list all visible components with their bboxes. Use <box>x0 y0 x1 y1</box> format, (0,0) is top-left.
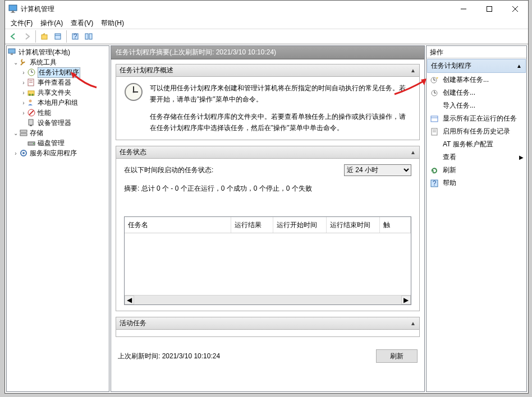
create-task-icon <box>429 89 439 98</box>
col-result[interactable]: 运行结果 <box>231 217 273 233</box>
svg-point-39 <box>133 91 135 93</box>
window-title: 计算机管理 <box>21 4 451 14</box>
status-period-select[interactable]: 近 24 小时 <box>344 164 411 176</box>
navigation-tree[interactable]: 计算机管理(本地) ⌄ 系统工具 › 任务计划程序 › 事件查看器 › 共享文件… <box>6 45 109 392</box>
tree-shared-folders[interactable]: › 共享文件夹 <box>7 87 109 98</box>
action-at-account[interactable]: AT 服务帐户配置 <box>427 138 526 151</box>
actions-section-label: 任务计划程序 <box>431 61 471 71</box>
show-hide-button[interactable] <box>82 30 95 43</box>
device-icon <box>27 118 36 127</box>
performance-icon <box>27 108 36 117</box>
menu-action[interactable]: 操作(A) <box>37 17 66 29</box>
svg-rect-29 <box>30 125 32 126</box>
action-create-task[interactable]: 创建任务... <box>427 86 526 99</box>
minimize-button[interactable] <box>451 1 476 17</box>
action-help[interactable]: ? 帮助 <box>427 177 526 190</box>
horizontal-scrollbar[interactable]: ◀ ▶ <box>125 295 411 304</box>
actions-section-header[interactable]: 任务计划程序 ▲ <box>427 59 526 73</box>
tree-task-scheduler[interactable]: › 任务计划程序 <box>7 67 109 77</box>
tree-disk-management[interactable]: 磁盘管理 <box>7 138 109 148</box>
tree-local-users[interactable]: › 本地用户和组 <box>7 98 109 108</box>
overview-body: 可以使用任务计划程序来创建和管理计算机将在所指定的时间自动执行的常见任务。若要开… <box>116 77 419 140</box>
collapse-icon[interactable]: ▲ <box>410 149 416 155</box>
svg-point-33 <box>33 143 34 144</box>
app-window: 计算机管理 文件(F) 操作(A) 查看(V) 帮助(H) ? 计算机管理(本地… <box>4 0 529 394</box>
status-title: 任务状态 <box>120 147 146 157</box>
shared-folder-icon <box>27 88 36 97</box>
tree-root[interactable]: 计算机管理(本地) <box>7 47 109 57</box>
expand-icon[interactable]: › <box>20 100 27 106</box>
action-view[interactable]: 查看 ▶ <box>427 151 526 164</box>
tree-performance[interactable]: › 性能 <box>7 108 109 118</box>
status-panel: 任务状态 ▲ 在以下时间段启动的任务状态: 近 24 小时 摘要: 总计 0 个… <box>116 146 420 312</box>
svg-point-23 <box>29 94 31 96</box>
svg-rect-0 <box>9 5 17 11</box>
titlebar: 计算机管理 <box>5 1 528 17</box>
menu-help[interactable]: 帮助(H) <box>98 17 127 29</box>
tree-event-viewer[interactable]: › 事件查看器 <box>7 77 109 87</box>
action-import-task[interactable]: 导入任务... <box>427 99 526 112</box>
overview-panel-header[interactable]: 任务计划程序概述 ▲ <box>116 64 419 77</box>
action-refresh[interactable]: 刷新 <box>427 164 526 177</box>
up-button[interactable] <box>38 30 51 43</box>
status-panel-header[interactable]: 任务状态 ▲ <box>116 146 419 159</box>
expand-icon[interactable]: › <box>20 110 27 116</box>
computer-icon <box>8 48 17 57</box>
nav-forward-button[interactable] <box>21 30 33 43</box>
scroll-left-button[interactable]: ◀ <box>125 296 134 304</box>
col-trigger[interactable]: 触 <box>380 217 411 233</box>
svg-rect-15 <box>11 53 13 55</box>
menu-file[interactable]: 文件(F) <box>7 17 36 29</box>
status-label: 在以下时间段启动的任务状态: <box>124 164 213 176</box>
main-body: 任务计划程序概述 ▲ 可以使用任务计划程序来创建和管理计算机将在所指定的时间自动… <box>111 59 424 391</box>
menu-view[interactable]: 查看(V) <box>67 17 97 29</box>
properties-button[interactable] <box>52 30 64 43</box>
help-button[interactable]: ? <box>69 30 81 43</box>
tree-storage[interactable]: ⌄ 存储 <box>7 128 109 138</box>
expand-icon[interactable]: › <box>20 80 27 86</box>
tree-device-manager[interactable]: 设备管理器 <box>7 118 109 128</box>
collapse-icon[interactable]: ⌄ <box>12 130 19 136</box>
expand-icon[interactable]: › <box>20 70 27 76</box>
tree-system-tools[interactable]: ⌄ 系统工具 <box>7 57 109 67</box>
action-enable-history[interactable]: 启用所有任务历史记录 <box>427 125 526 138</box>
menubar: 文件(F) 操作(A) 查看(V) 帮助(H) <box>5 17 528 29</box>
clock-large-icon <box>124 82 143 101</box>
scroll-right-button[interactable]: ▶ <box>401 296 411 304</box>
svg-rect-1 <box>12 11 14 12</box>
collapse-icon[interactable]: ▲ <box>410 320 416 326</box>
scroll-track[interactable] <box>134 296 401 304</box>
col-task-name[interactable]: 任务名 <box>125 217 231 233</box>
close-button[interactable] <box>502 1 528 17</box>
bottom-row: 上次刷新时间: 2021/3/10 10:10:24 刷新 <box>116 343 420 363</box>
svg-rect-28 <box>29 119 33 125</box>
svg-point-35 <box>22 152 25 154</box>
running-tasks-icon <box>429 114 439 123</box>
action-create-basic-task[interactable]: 创建基本任务... <box>427 73 526 86</box>
chevron-right-icon: ▶ <box>519 154 524 160</box>
col-start[interactable]: 运行开始时间 <box>273 217 327 233</box>
nav-back-button[interactable] <box>7 30 20 43</box>
expand-icon[interactable]: › <box>20 90 27 96</box>
active-tasks-body <box>116 330 419 336</box>
action-show-running[interactable]: 显示所有正在运行的任务 <box>427 112 526 125</box>
svg-rect-4 <box>487 7 492 12</box>
disk-icon <box>27 139 36 147</box>
tree-services-apps[interactable]: › 服务和应用程序 <box>7 148 109 158</box>
refresh-button[interactable]: 刷新 <box>376 349 418 363</box>
toolbar-separator <box>35 30 36 43</box>
collapse-icon[interactable]: ▲ <box>410 67 416 73</box>
expand-icon[interactable]: › <box>12 150 19 156</box>
refresh-icon <box>429 166 439 175</box>
collapse-icon[interactable]: ▲ <box>516 63 522 69</box>
task-table-body[interactable] <box>125 233 411 295</box>
content-area: 计算机管理(本地) ⌄ 系统工具 › 任务计划程序 › 事件查看器 › 共享文件… <box>5 44 528 393</box>
svg-text:?: ? <box>433 179 437 187</box>
col-end[interactable]: 运行结束时间 <box>327 217 380 233</box>
collapse-icon[interactable]: ⌄ <box>12 59 19 66</box>
services-icon <box>19 149 28 158</box>
svg-rect-30 <box>20 130 27 132</box>
maximize-button[interactable] <box>476 1 502 17</box>
active-tasks-header[interactable]: 活动任务 ▲ <box>116 317 419 330</box>
svg-rect-12 <box>85 34 88 39</box>
